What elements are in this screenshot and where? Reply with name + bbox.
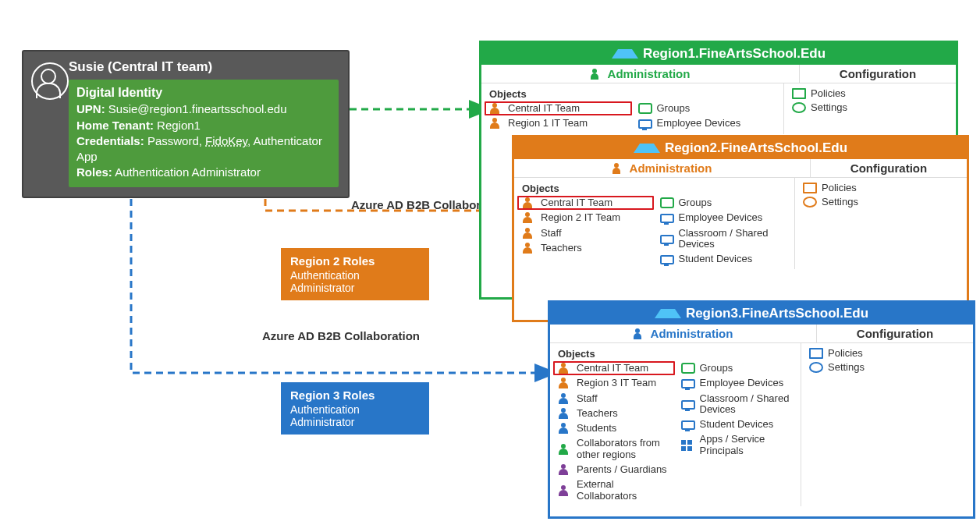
config-policies: Policies bbox=[792, 88, 948, 99]
object-external-collaborators: External Collaborators bbox=[558, 479, 670, 502]
people-icon bbox=[522, 212, 536, 223]
object-parents-guardians: Parents / Guardians bbox=[558, 464, 670, 475]
device-icon bbox=[660, 214, 674, 223]
roles-line: Roles: Authentication Administrator bbox=[76, 165, 331, 180]
device-icon bbox=[660, 235, 674, 244]
azure-ad-icon bbox=[655, 309, 681, 318]
device-icon bbox=[681, 400, 695, 410]
objects-heading: Objects bbox=[522, 183, 786, 194]
config-settings: Settings bbox=[792, 102, 948, 113]
device-icon bbox=[638, 119, 652, 129]
device-icon bbox=[660, 255, 674, 264]
admin-header-region2: Administration bbox=[514, 159, 810, 177]
policies-icon bbox=[803, 183, 817, 193]
objects-heading: Objects bbox=[558, 348, 793, 360]
b2b-label-region3: Azure AD B2B Collaboration bbox=[262, 329, 420, 342]
settings-icon bbox=[803, 197, 817, 208]
people-icon bbox=[522, 228, 536, 239]
people-icon bbox=[558, 423, 572, 434]
people-icon bbox=[489, 118, 503, 129]
object-staff: Staff bbox=[522, 228, 649, 239]
admin-header-region1: Administration bbox=[481, 65, 799, 83]
people-icon bbox=[558, 408, 572, 419]
tenant-title-region2: Region2.FineArtsSchool.Edu bbox=[514, 137, 967, 159]
config-settings: Settings bbox=[803, 197, 959, 208]
upn-line: UPN: Susie@region1.fineartsschool.edu bbox=[76, 101, 331, 117]
settings-icon bbox=[809, 362, 823, 373]
people-icon bbox=[558, 485, 572, 496]
object-region1-it-team: Region 1 IT Team bbox=[489, 118, 627, 129]
object-groups: Groups bbox=[638, 103, 776, 114]
object-staff: Staff bbox=[558, 393, 670, 404]
people-icon bbox=[558, 363, 572, 374]
object-region2-it-team: Region 2 IT Team bbox=[522, 212, 649, 223]
config-header-region2: Configuration bbox=[810, 159, 967, 177]
config-header-region1: Configuration bbox=[799, 65, 956, 83]
people-icon bbox=[522, 243, 536, 254]
admin-icon bbox=[612, 163, 627, 174]
tenant-title-region1: Region1.FineArtsSchool.Edu bbox=[481, 43, 956, 65]
object-central-it-team: Central IT Team bbox=[553, 361, 675, 375]
identity-card: Susie (Central IT team) Digital Identity… bbox=[22, 50, 350, 198]
admin-header-region3: Administration bbox=[550, 325, 816, 342]
tenant-region3: Region3.FineArtsSchool.Edu Administratio… bbox=[548, 300, 975, 519]
object-region3-it-team: Region 3 IT Team bbox=[558, 378, 670, 388]
people-icon bbox=[489, 103, 503, 114]
policies-icon bbox=[809, 348, 823, 359]
object-classroom-devices: Classroom / Shared Devices bbox=[660, 228, 787, 250]
object-collaborators-regions: Collaborators from other regions bbox=[558, 438, 670, 460]
config-settings: Settings bbox=[809, 362, 965, 373]
object-student-devices: Student Devices bbox=[660, 254, 787, 264]
digital-identity-heading: Digital Identity bbox=[76, 86, 331, 100]
people-icon bbox=[558, 444, 572, 455]
object-apps-service-principals: Apps / Service Principals bbox=[681, 434, 794, 456]
config-policies: Policies bbox=[809, 348, 965, 359]
people-icon bbox=[558, 393, 572, 404]
group-icon bbox=[681, 363, 695, 374]
object-central-it-team: Central IT Team bbox=[517, 196, 654, 210]
region2-roles-badge: Region 2 RolesAuthentication Administrat… bbox=[281, 248, 429, 300]
group-icon bbox=[638, 103, 652, 114]
azure-ad-icon bbox=[634, 144, 660, 153]
object-employee-devices: Employee Devices bbox=[660, 212, 787, 223]
people-icon bbox=[558, 464, 572, 475]
object-students: Students bbox=[558, 423, 670, 434]
object-employee-devices: Employee Devices bbox=[681, 378, 794, 388]
config-policies: Policies bbox=[803, 183, 959, 193]
user-avatar-icon bbox=[31, 62, 69, 100]
device-icon bbox=[681, 379, 695, 388]
object-student-devices: Student Devices bbox=[681, 419, 794, 430]
group-icon bbox=[660, 197, 674, 208]
tenant-region2: Region2.FineArtsSchool.Edu Administratio… bbox=[512, 135, 969, 322]
object-groups: Groups bbox=[681, 363, 794, 374]
config-header-region3: Configuration bbox=[816, 325, 973, 342]
object-groups: Groups bbox=[660, 197, 787, 208]
credentials-line: Credentials: Password, FidoKey, Authenti… bbox=[76, 133, 331, 164]
azure-ad-icon bbox=[612, 49, 638, 59]
region3-roles-badge: Region 3 RolesAuthentication Administrat… bbox=[281, 382, 429, 435]
device-icon bbox=[681, 420, 695, 430]
digital-identity-block: Digital Identity UPN: Susie@region1.fine… bbox=[69, 80, 339, 187]
objects-heading: Objects bbox=[489, 88, 776, 100]
home-tenant-line: Home Tenant: Region1 bbox=[76, 118, 331, 133]
apps-icon bbox=[681, 440, 695, 451]
object-teachers: Teachers bbox=[558, 408, 670, 419]
admin-icon bbox=[591, 69, 605, 80]
object-employee-devices: Employee Devices bbox=[638, 118, 776, 129]
object-classroom-devices: Classroom / Shared Devices bbox=[681, 393, 794, 416]
tenant-title-region3: Region3.FineArtsSchool.Edu bbox=[550, 303, 973, 325]
admin-icon bbox=[634, 328, 648, 339]
people-icon bbox=[522, 197, 536, 208]
object-teachers: Teachers bbox=[522, 243, 649, 254]
identity-title: Susie (Central IT team) bbox=[69, 59, 339, 75]
settings-icon bbox=[792, 102, 806, 113]
object-central-it-team: Central IT Team bbox=[485, 101, 632, 115]
people-icon bbox=[558, 378, 572, 388]
policies-icon bbox=[792, 88, 806, 99]
